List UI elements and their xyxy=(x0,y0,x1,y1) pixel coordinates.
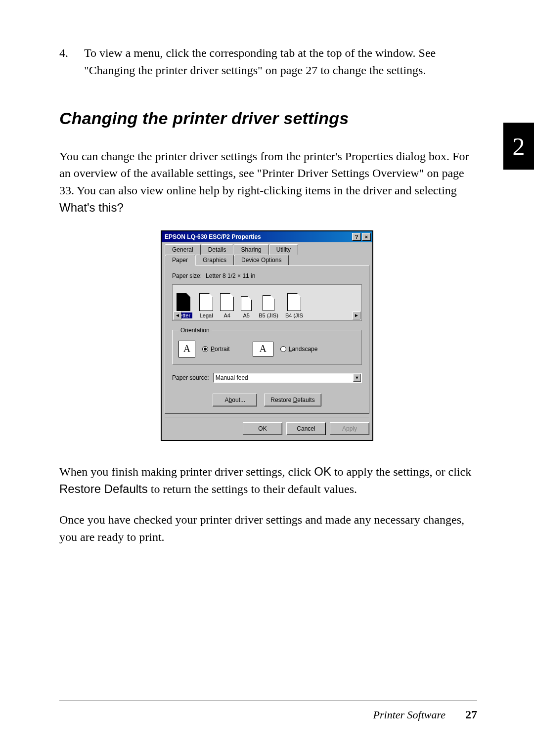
intro-text: You can change the printer driver settin… xyxy=(59,150,469,197)
paper-source-dropdown[interactable]: Manual feed ▼ xyxy=(213,373,362,383)
radio-dot-icon xyxy=(202,346,208,352)
intro-paragraph: You can change the printer driver settin… xyxy=(59,148,475,217)
ok-text: OK xyxy=(314,465,331,478)
paper-option-a5[interactable]: A5 xyxy=(241,296,252,318)
section-heading: Changing the printer driver settings xyxy=(59,109,475,128)
paper-source-label: Paper source: xyxy=(172,374,209,381)
tab-paper[interactable]: Paper xyxy=(165,255,195,266)
landscape-radio[interactable]: Landscape xyxy=(280,346,318,353)
about-button[interactable]: About... xyxy=(213,394,257,406)
tab-general[interactable]: General xyxy=(165,244,201,255)
footer-title: Printer Software xyxy=(373,709,445,721)
properties-dialog: EPSON LQ-630 ESC/P2 Properties ? × Gener… xyxy=(161,230,373,441)
tab-sharing[interactable]: Sharing xyxy=(233,244,268,255)
landscape-icon: A xyxy=(253,342,273,356)
scroll-left-button[interactable]: ◄ xyxy=(174,311,181,319)
step-text: To view a menu, click the corresponding … xyxy=(84,44,475,79)
page-footer: Printer Software 27 xyxy=(59,701,477,721)
dialog-title: EPSON LQ-630 ESC/P2 Properties xyxy=(165,233,261,240)
footer-page-number: 27 xyxy=(465,708,477,721)
paper-size-selector[interactable]: Letter Legal A4 A5 xyxy=(172,284,362,321)
orientation-legend: Orientation xyxy=(178,327,212,334)
step-4: 4. To view a menu, click the correspondi… xyxy=(59,44,475,79)
paper-option-b4[interactable]: B4 (JIS xyxy=(285,293,303,318)
paper-option-legal[interactable]: Legal xyxy=(199,293,213,318)
ok-button[interactable]: OK xyxy=(243,422,282,435)
radio-dot-icon xyxy=(280,346,286,352)
paper-size-value: Letter 8 1/2 × 11 in xyxy=(206,272,255,279)
outro-paragraph-1: When you finish making printer driver se… xyxy=(59,463,475,498)
paper-option-b5[interactable]: B5 (JIS) xyxy=(259,295,278,318)
restore-defaults-button[interactable]: Restore Defaults xyxy=(264,394,321,406)
chevron-down-icon[interactable]: ▼ xyxy=(353,374,361,382)
whats-this-text: What's this? xyxy=(59,201,124,214)
portrait-radio[interactable]: Portrait xyxy=(202,346,230,353)
dialog-titlebar: EPSON LQ-630 ESC/P2 Properties ? × xyxy=(162,231,372,242)
apply-button[interactable]: Apply xyxy=(330,422,369,435)
scroll-right-button[interactable]: ► xyxy=(353,311,360,319)
outro-paragraph-2: Once you have checked your printer drive… xyxy=(59,511,475,546)
tab-utility[interactable]: Utility xyxy=(269,244,298,255)
restore-defaults-text: Restore Defaults xyxy=(59,482,148,495)
portrait-icon: A xyxy=(178,341,195,357)
paper-size-label: Paper size: xyxy=(172,272,202,279)
step-number: 4. xyxy=(59,44,84,79)
paper-source-value: Manual feed xyxy=(216,374,248,381)
orientation-group: Orientation A Portrait A Landscape xyxy=(172,327,362,365)
dialog-button-bar: OK Cancel Apply xyxy=(165,417,369,435)
paper-option-a4[interactable]: A4 xyxy=(220,293,234,318)
cancel-button[interactable]: Cancel xyxy=(286,422,326,435)
titlebar-help-button[interactable]: ? xyxy=(352,233,361,241)
titlebar-close-button[interactable]: × xyxy=(362,233,371,241)
tab-details[interactable]: Details xyxy=(201,244,234,255)
dialog-body: Paper size: Letter 8 1/2 × 11 in Letter … xyxy=(165,265,369,414)
tab-device-options[interactable]: Device Options xyxy=(234,255,289,265)
tab-graphics[interactable]: Graphics xyxy=(195,255,234,265)
